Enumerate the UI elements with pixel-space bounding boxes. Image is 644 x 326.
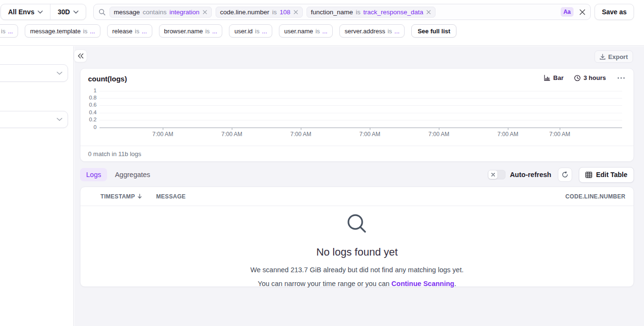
filter-value: ...: [322, 28, 327, 35]
empty-state-title: No logs found yet: [80, 246, 634, 258]
empty-state-line2-prefix: You can narrow your time range or you ca…: [258, 280, 392, 287]
x-axis-tick-mark: [301, 128, 301, 130]
tab-logs[interactable]: Logs: [80, 168, 107, 181]
table-icon: [585, 172, 592, 178]
chart-title: count(logs): [88, 75, 127, 83]
tab-aggregates[interactable]: Aggregates: [115, 171, 150, 178]
empty-state-line1: We scanned 213.7 GiB already but did not…: [80, 265, 634, 275]
x-axis-line: [99, 128, 622, 128]
x-axis-tick-mark: [163, 128, 163, 130]
export-label: Export: [608, 53, 628, 60]
quick-filter-chip[interactable]: browser.name is ...: [159, 24, 223, 38]
filter-key: code.line.number: [220, 9, 269, 16]
case-sensitive-toggle[interactable]: Aa: [561, 7, 574, 17]
toggle-thumb: [488, 170, 497, 179]
x-axis-tick: 7:00 AM: [290, 131, 311, 138]
filter-operator: is: [356, 9, 361, 16]
gridline: [99, 91, 622, 91]
filter-operator: is: [1, 28, 5, 35]
refresh-controls: Auto-refresh Edit Table: [488, 167, 634, 183]
search-input[interactable]: message contains integration code.line.n…: [93, 4, 591, 20]
env-picker[interactable]: All Envs: [1, 4, 50, 20]
x-axis-tick-mark: [508, 128, 508, 130]
chevron-down-icon: [73, 10, 79, 14]
quick-filter-chip[interactable]: user.name is ...: [279, 24, 333, 38]
y-axis-tick: 0.2: [80, 117, 97, 122]
chart-more-menu-icon[interactable]: [616, 76, 626, 80]
search-bar-actions: Aa: [561, 7, 585, 17]
gridline: [99, 105, 622, 106]
export-button[interactable]: Export: [594, 50, 633, 63]
chevron-down-icon: [38, 10, 43, 14]
clear-search-icon[interactable]: [579, 9, 585, 15]
search-filter-chip[interactable]: function_name is track_response_data: [307, 7, 436, 18]
filter-operator: is: [205, 28, 209, 35]
auto-refresh-toggle[interactable]: [488, 170, 505, 179]
clock-icon: [574, 75, 581, 81]
filter-bar-row: All Envs 30D message contains integratio…: [0, 4, 644, 20]
chart-type-label: Bar: [553, 74, 564, 81]
gridline: [99, 120, 622, 120]
filter-value: ...: [212, 28, 218, 35]
filter-key: message: [114, 9, 140, 16]
filter-operator: is: [255, 28, 259, 35]
search-filter-chip[interactable]: message contains integration: [109, 7, 212, 18]
search-empty-icon: [346, 213, 368, 235]
y-axis-tick: 0.6: [80, 102, 97, 108]
filter-operator: contains: [143, 9, 167, 16]
x-axis-tick-mark: [439, 128, 439, 130]
see-full-list-label: See full list: [417, 28, 450, 35]
column-header-message[interactable]: MESSAGE: [156, 193, 565, 200]
y-axis-tick: 0.4: [80, 109, 97, 115]
filter-key: user.name: [284, 28, 313, 35]
remove-filter-icon[interactable]: [426, 10, 431, 15]
date-range-picker[interactable]: 30D: [50, 4, 86, 20]
remove-filter-icon[interactable]: [202, 10, 208, 15]
refresh-icon: [562, 171, 568, 178]
collapse-sidebar-button[interactable]: [74, 49, 87, 62]
quick-filter-chip[interactable]: message.template is ...: [25, 24, 100, 38]
sidebar-select-top[interactable]: [0, 64, 68, 82]
x-axis-tick: 7:00 AM: [359, 131, 380, 138]
chart-card: count(logs) Bar 3 hours 1 0.8 0.6 0.4: [80, 68, 634, 162]
filter-value: ...: [142, 28, 147, 35]
refresh-button[interactable]: [558, 168, 572, 182]
column-header-timestamp[interactable]: TIMESTAMP: [100, 193, 156, 200]
empty-state-line2: You can narrow your time range or you ca…: [80, 279, 634, 288]
filter-value: 108: [279, 9, 290, 16]
filter-operator: is: [135, 28, 139, 35]
chart-type-selector[interactable]: Bar: [544, 74, 564, 81]
column-header-code-line-number[interactable]: CODE.LINE.NUMBER: [565, 193, 634, 200]
quick-filter-chip[interactable]: release is ...: [107, 24, 152, 38]
remove-filter-icon[interactable]: [293, 10, 298, 15]
filter-operator: is: [83, 28, 87, 35]
quick-filter-chip[interactable]: is ...: [0, 24, 18, 38]
x-axis-tick-mark: [370, 128, 370, 130]
x-axis-tick: 7:00 AM: [497, 131, 518, 138]
filter-operator: is: [272, 9, 277, 16]
see-full-list-button[interactable]: See full list: [411, 24, 456, 38]
x-axis-tick-mark: [232, 128, 232, 130]
left-sidebar: [0, 46, 74, 326]
filter-value: ...: [395, 28, 400, 35]
filter-key: server.address: [345, 28, 385, 35]
double-chevron-left-icon: [78, 53, 84, 59]
sidebar-select-bottom[interactable]: [0, 111, 68, 128]
continue-scanning-link[interactable]: Continue Scanning: [391, 280, 454, 287]
edit-table-button[interactable]: Edit Table: [579, 167, 634, 183]
chart-interval-selector[interactable]: 3 hours: [574, 74, 606, 81]
search-filter-chip[interactable]: code.line.number is 108: [216, 7, 303, 18]
y-axis-tick: 0: [80, 124, 97, 130]
filter-key: function_name: [311, 9, 353, 16]
save-as-button[interactable]: Save as: [594, 4, 634, 20]
logs-table-card: TIMESTAMP MESSAGE CODE.LINE.NUMBER No lo…: [80, 187, 634, 287]
search-icon: [99, 9, 106, 16]
y-axis-tick: 1: [80, 88, 97, 93]
filter-value: track_response_data: [363, 9, 423, 16]
x-axis-tick-mark: [560, 128, 560, 130]
filter-value: integration: [169, 9, 199, 16]
env-date-picker-group: All Envs 30D: [0, 4, 86, 20]
quick-filter-chip[interactable]: server.address is ...: [339, 24, 405, 38]
filter-value: ...: [262, 28, 267, 35]
quick-filter-chip[interactable]: user.id is ...: [229, 24, 272, 38]
